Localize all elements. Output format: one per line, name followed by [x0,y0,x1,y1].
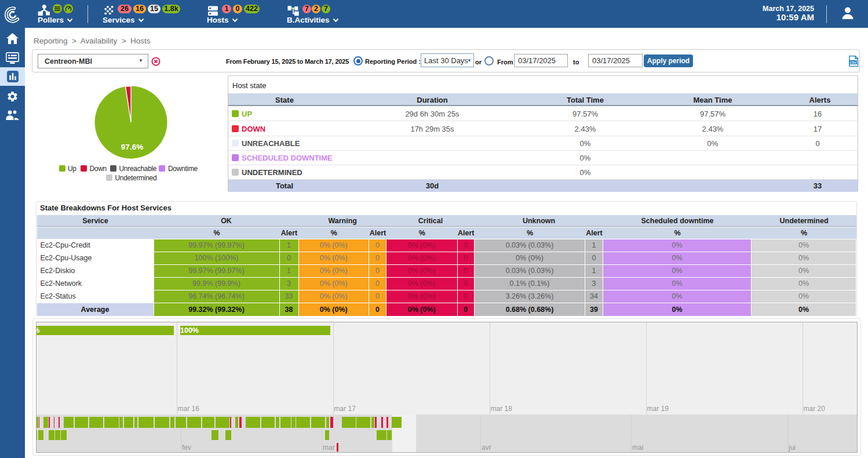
svg-text:CSV: CSV [849,61,856,64]
